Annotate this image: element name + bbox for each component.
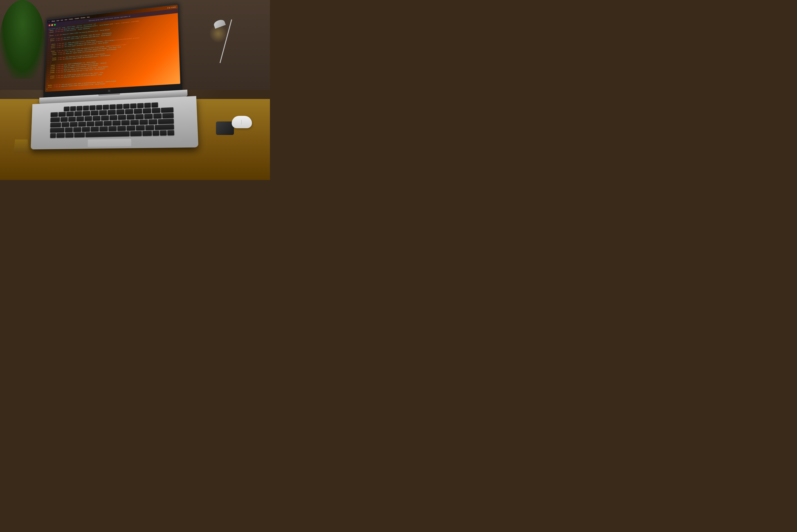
key-2[interactable] [67, 112, 74, 116]
key-q[interactable] [60, 117, 68, 122]
key-h[interactable] [104, 121, 112, 126]
key-shift-left[interactable] [50, 128, 64, 133]
apple-logo-back: ⌘ [108, 89, 111, 93]
menu-iterm[interactable]: iTerm [52, 20, 55, 22]
key-j[interactable] [112, 120, 121, 126]
key-l[interactable] [130, 120, 139, 125]
key-v[interactable] [91, 127, 99, 132]
key-return[interactable] [158, 118, 174, 124]
key-f4[interactable] [89, 105, 95, 110]
key-cmd-right[interactable] [130, 131, 142, 136]
key-r[interactable] [84, 116, 92, 121]
key-i[interactable] [118, 115, 126, 120]
mouse-center-line [241, 120, 242, 125]
menu-toolbelt[interactable]: Toolbelt [75, 17, 79, 19]
key-b[interactable] [99, 127, 108, 131]
key-y[interactable] [101, 115, 109, 120]
menu-edit[interactable]: Edit [61, 19, 63, 21]
key-arrow-right[interactable] [167, 130, 174, 135]
key-m[interactable] [117, 126, 126, 131]
key-5[interactable] [91, 111, 98, 115]
key-f11[interactable] [137, 103, 144, 108]
key-4[interactable] [82, 111, 90, 116]
key-f10[interactable] [130, 103, 136, 109]
key-capslock[interactable] [50, 122, 61, 127]
key-option-right[interactable] [143, 131, 152, 136]
key-f9[interactable] [123, 104, 129, 109]
key-option-left[interactable] [65, 133, 74, 138]
key-ctrl[interactable] [56, 133, 64, 138]
key-fn[interactable] [50, 133, 56, 138]
key-semicolon[interactable] [139, 119, 148, 125]
key-f1[interactable] [70, 106, 76, 111]
key-cmd-left[interactable] [74, 133, 84, 137]
macbook-laptop:  iTerm Shell Edit View Profiles Toolbel… [31, 1, 198, 149]
key-t[interactable] [93, 116, 100, 120]
close-button[interactable] [49, 24, 51, 26]
key-0[interactable] [134, 109, 142, 114]
key-a[interactable] [62, 122, 69, 127]
key-n[interactable] [109, 126, 117, 131]
key-f2[interactable] [76, 106, 82, 111]
key-x[interactable] [73, 127, 81, 132]
menu-window[interactable]: Window [80, 17, 85, 18]
laptop-screen:  iTerm Shell Edit View Profiles Toolbel… [45, 5, 180, 92]
key-backslash[interactable] [163, 113, 174, 118]
key-comma[interactable] [127, 126, 135, 131]
menu-help[interactable]: Help [87, 16, 90, 18]
key-minus[interactable] [143, 108, 151, 113]
key-arrow-left[interactable] [152, 131, 159, 136]
key-shift-right[interactable] [155, 125, 174, 130]
desk-lamp [203, 18, 225, 81]
key-period[interactable] [136, 125, 145, 131]
minimize-button[interactable] [51, 24, 53, 26]
key-1[interactable] [58, 112, 66, 117]
key-f[interactable] [87, 121, 94, 126]
key-equals[interactable] [152, 108, 160, 113]
key-f3[interactable] [83, 106, 89, 111]
key-f6[interactable] [102, 104, 109, 110]
key-space[interactable] [85, 131, 129, 137]
key-8[interactable] [116, 109, 125, 114]
plant-pot [14, 139, 29, 153]
menu-profiles[interactable]: Profiles [69, 18, 73, 20]
key-p[interactable] [135, 114, 144, 119]
key-d[interactable] [78, 122, 86, 127]
key-bracket-r[interactable] [153, 113, 162, 118]
key-3[interactable] [74, 111, 82, 116]
key-e[interactable] [76, 116, 84, 121]
maximize-button[interactable] [54, 24, 56, 25]
key-eject[interactable] [151, 102, 158, 108]
key-u[interactable] [109, 115, 117, 120]
key-f5[interactable] [96, 105, 102, 110]
menu-view[interactable]: View [64, 19, 67, 20]
key-9[interactable] [125, 109, 133, 114]
key-g[interactable] [95, 121, 103, 126]
key-7[interactable] [108, 110, 116, 115]
trackpad[interactable] [87, 138, 132, 147]
key-f12[interactable] [144, 102, 151, 108]
key-arrow-updown[interactable] [160, 130, 167, 135]
key-6[interactable] [99, 110, 107, 115]
key-quote[interactable] [149, 119, 157, 125]
traffic-lights [49, 24, 56, 26]
key-backspace[interactable] [161, 107, 173, 113]
key-s[interactable] [70, 122, 77, 127]
key-f8[interactable] [116, 104, 122, 109]
screen-bezel:  iTerm Shell Edit View Profiles Toolbel… [43, 3, 183, 98]
key-z[interactable] [65, 127, 73, 132]
key-f7[interactable] [109, 104, 115, 109]
key-bracket-l[interactable] [144, 114, 153, 119]
key-c[interactable] [82, 127, 90, 132]
key-w[interactable] [69, 117, 76, 122]
key-backtick[interactable] [51, 112, 58, 117]
key-tab[interactable] [51, 117, 60, 122]
laptop-body [31, 96, 198, 150]
keyboard [50, 102, 174, 138]
menu-shell[interactable]: Shell [56, 20, 59, 21]
key-k[interactable] [121, 120, 130, 125]
key-o[interactable] [127, 114, 135, 120]
key-esc[interactable] [64, 107, 70, 111]
apple-menu[interactable]:  [49, 21, 50, 23]
key-slash[interactable] [145, 125, 154, 130]
